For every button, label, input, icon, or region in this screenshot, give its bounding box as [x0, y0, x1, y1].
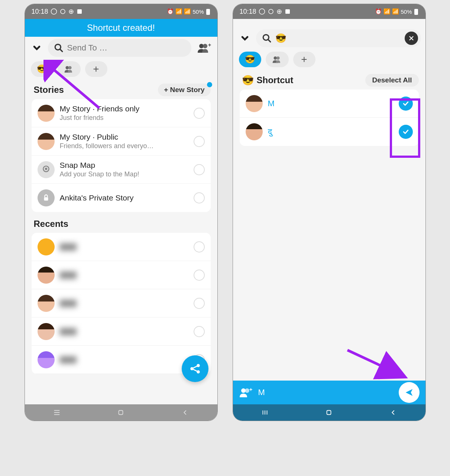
svg-rect-13	[44, 197, 48, 200]
share-fab[interactable]	[182, 355, 208, 382]
send-recipients-label: M	[258, 388, 265, 397]
signal-icon: 📶	[392, 8, 399, 15]
svg-point-35	[245, 388, 249, 393]
contact-item[interactable]: दु	[240, 118, 419, 146]
back-nav-icon[interactable]	[181, 408, 189, 417]
svg-point-33	[276, 56, 279, 60]
story-title: Ankita's Private Story	[60, 193, 188, 202]
story-subtitle: Add your Snap to the Map!	[60, 170, 188, 178]
groups-chip[interactable]	[266, 52, 289, 67]
shortcut-created-banner: Shortcut created!	[25, 19, 217, 37]
deselect-all-button[interactable]: Deselect All	[365, 74, 418, 87]
shortcut-contacts-list: M दु	[240, 89, 419, 146]
shortcut-emoji: 😎	[242, 75, 254, 86]
camera-icon	[268, 8, 274, 15]
send-button[interactable]	[399, 382, 420, 403]
recent-item[interactable]: ████	[32, 261, 211, 289]
svg-point-25	[269, 9, 273, 14]
shortcut-heading: Shortcut	[257, 75, 294, 85]
svg-line-18	[193, 369, 197, 371]
chevron-down-icon	[32, 43, 42, 53]
groups-chip[interactable]	[58, 61, 81, 77]
radio-unchecked[interactable]	[194, 108, 205, 119]
chevron-down-icon	[240, 33, 250, 43]
collapse-button[interactable]	[29, 40, 44, 55]
contact-item[interactable]: M	[240, 89, 419, 118]
group-plus-icon: +	[197, 42, 211, 53]
story-title: Snap Map	[60, 161, 188, 170]
svg-point-0	[51, 9, 56, 14]
recents-nav-icon[interactable]	[261, 408, 269, 417]
checkbox-checked[interactable]	[399, 97, 413, 111]
recents-heading: Recents	[25, 217, 217, 233]
svg-rect-26	[285, 9, 290, 14]
battery-icon	[205, 8, 211, 15]
recents-nav-icon[interactable]	[53, 408, 61, 417]
radio-unchecked[interactable]	[194, 270, 205, 281]
search-icon	[54, 43, 64, 53]
svg-line-17	[193, 366, 197, 368]
contact-name: दु	[268, 127, 272, 136]
home-nav-icon[interactable]	[117, 408, 125, 417]
gallery-icon	[284, 8, 291, 15]
story-item-friends[interactable]: My Story · Friends only Just for friends	[32, 99, 211, 127]
story-title: My Story · Friends only	[60, 104, 188, 113]
svg-point-12	[45, 167, 47, 170]
avatar	[246, 95, 263, 112]
clear-search-button[interactable]	[405, 32, 418, 45]
search-box[interactable]: 😎	[256, 29, 421, 47]
svg-point-7	[203, 44, 207, 48]
status-time: 10:18	[240, 8, 256, 16]
radio-unchecked[interactable]	[194, 164, 205, 175]
back-nav-icon[interactable]	[389, 408, 397, 417]
search-icon	[262, 33, 272, 43]
new-story-button[interactable]: + New Story	[158, 84, 210, 96]
avatar	[38, 295, 55, 312]
alarm-icon: ⏰	[375, 8, 382, 15]
svg-point-1	[61, 9, 65, 14]
radio-unchecked[interactable]	[194, 192, 205, 203]
avatar	[38, 323, 55, 340]
radio-unchecked[interactable]	[194, 326, 205, 337]
radio-unchecked[interactable]	[194, 298, 205, 309]
story-item-private[interactable]: Ankita's Private Story	[32, 184, 211, 212]
story-title: My Story · Public	[60, 133, 188, 141]
svg-text:+: +	[249, 387, 252, 392]
check-icon	[402, 100, 409, 107]
usb-icon: ⊕	[276, 7, 282, 16]
add-group-button[interactable]: +	[195, 40, 213, 56]
svg-point-10	[68, 66, 71, 69]
add-shortcut-chip[interactable]: +	[85, 61, 107, 77]
shortcut-emoji-chip[interactable]: 😎	[31, 61, 53, 77]
status-time: 10:18	[32, 8, 48, 16]
signal-icon: 📶	[184, 8, 191, 15]
alarm-icon: ⏰	[167, 8, 174, 15]
recent-item[interactable]: ████	[32, 233, 211, 261]
shortcut-emoji-chip-active[interactable]: 😎	[239, 52, 261, 67]
android-nav-bar	[233, 404, 425, 421]
group-plus-icon[interactable]: +	[239, 387, 253, 398]
search-box[interactable]	[48, 39, 191, 57]
search-input[interactable]	[67, 43, 185, 53]
avatar	[38, 267, 55, 284]
close-icon	[408, 35, 415, 42]
collapse-button[interactable]	[237, 31, 252, 46]
recents-list: ████ ████ ████ ████ ████	[32, 233, 211, 374]
checkbox-checked[interactable]	[399, 125, 413, 139]
add-shortcut-chip[interactable]: +	[293, 52, 315, 67]
notification-dot	[207, 82, 212, 87]
radio-unchecked[interactable]	[194, 136, 205, 147]
recent-item[interactable]: ████	[32, 317, 211, 346]
story-subtitle: Friends, followers and everyo…	[60, 142, 188, 150]
home-nav-icon[interactable]	[325, 408, 333, 417]
right-screenshot: 10:18 ⊕ ⏰ 📶 📶 50% 😎 😎	[233, 4, 426, 421]
search-value-emoji: 😎	[275, 33, 286, 43]
svg-rect-40	[327, 411, 331, 415]
story-item-snapmap[interactable]: Snap Map Add your Snap to the Map!	[32, 156, 211, 184]
radio-unchecked[interactable]	[194, 241, 205, 252]
gallery-icon	[76, 8, 83, 15]
story-item-public[interactable]: My Story · Public Friends, followers and…	[32, 127, 211, 156]
android-nav-bar	[25, 404, 217, 421]
recent-item[interactable]: ████	[32, 289, 211, 317]
svg-rect-22	[119, 411, 123, 415]
